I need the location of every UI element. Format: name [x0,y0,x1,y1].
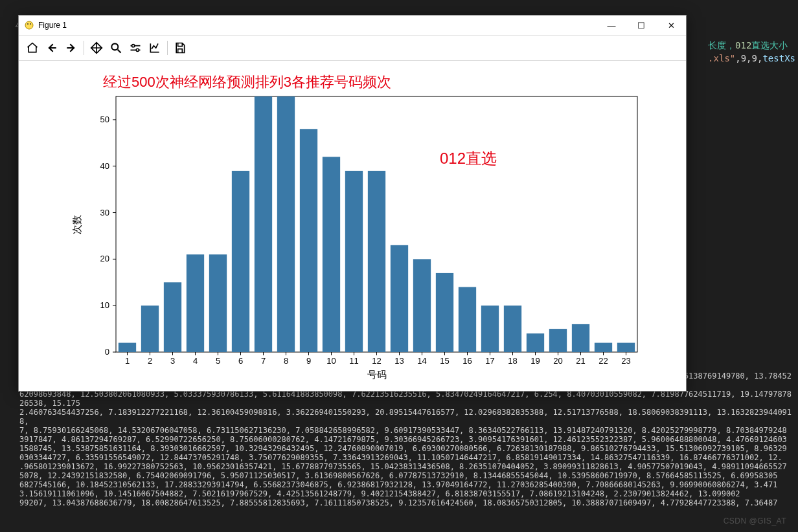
svg-text:4: 4 [193,356,198,366]
svg-rect-37 [255,96,272,352]
svg-text:40: 40 [100,161,109,171]
svg-text:20: 20 [553,356,562,366]
svg-rect-64 [459,287,476,352]
svg-text:9: 9 [306,356,311,366]
svg-text:3: 3 [170,356,175,366]
svg-text:21: 21 [576,356,585,366]
svg-text:6: 6 [238,356,243,366]
svg-rect-25 [164,282,181,352]
pan-icon[interactable] [87,38,106,58]
svg-rect-52 [368,171,385,352]
svg-text:7: 7 [261,356,266,366]
svg-point-0 [25,21,33,29]
svg-rect-61 [436,273,453,352]
svg-rect-58 [413,259,431,352]
svg-rect-40 [277,96,295,352]
svg-text:10: 10 [100,300,109,310]
svg-rect-28 [187,254,204,352]
svg-text:17: 17 [485,356,494,366]
forward-icon[interactable] [62,38,81,58]
svg-rect-22 [141,305,159,352]
plot-area: 经过500次神经网络预测排列3各推荐号码频次 012直选 01020304050… [19,61,686,391]
svg-text:50: 50 [100,115,109,124]
svg-rect-55 [391,245,408,352]
svg-text:0: 0 [105,347,109,357]
svg-rect-85 [617,343,635,352]
close-button[interactable]: ✕ [656,16,686,35]
maximize-button[interactable]: ☐ [626,16,656,35]
svg-rect-70 [504,305,521,352]
svg-point-2 [30,23,31,25]
svg-rect-31 [209,254,227,352]
svg-text:13: 13 [394,356,404,366]
svg-text:15: 15 [440,356,449,366]
svg-text:12: 12 [372,356,381,366]
save-icon[interactable] [170,38,190,58]
svg-text:14: 14 [417,356,426,366]
svg-text:5: 5 [216,356,220,366]
svg-text:22: 22 [598,356,608,366]
axes-icon[interactable] [145,38,165,58]
svg-text:8: 8 [284,356,288,366]
svg-text:16: 16 [462,356,472,366]
bar-chart: 0102030405012345678910111213141516171819… [19,61,686,391]
toolbar-separator [84,41,84,55]
svg-text:2: 2 [148,356,152,366]
svg-rect-19 [119,343,136,352]
svg-text:23: 23 [621,356,630,366]
minimize-button[interactable]: — [597,16,626,35]
zoom-icon[interactable] [106,38,126,58]
svg-point-3 [111,43,118,50]
window-title: Figure 1 [38,21,597,30]
svg-text:号码: 号码 [367,369,387,380]
watermark: CSDN @GIS_AT [724,516,786,526]
svg-rect-76 [549,329,567,352]
matplotlib-toolbar [19,36,686,61]
matplotlib-figure-window: Figure 1 — ☐ ✕ 经过500次神经网 [18,15,687,392]
svg-text:19: 19 [530,356,540,366]
svg-text:次数: 次数 [71,215,82,234]
svg-text:30: 30 [100,208,109,217]
svg-rect-49 [345,171,363,352]
svg-rect-34 [232,171,249,352]
svg-rect-43 [300,129,317,352]
back-icon[interactable] [42,38,62,58]
svg-rect-46 [323,157,340,352]
home-icon[interactable] [23,38,42,58]
svg-point-4 [132,45,135,47]
toolbar-separator [167,41,168,55]
app-icon [24,20,34,30]
svg-point-1 [27,23,28,25]
code-snippet-right: 长度，012直选大小 .xls",9,9,testXs [708,39,795,65]
svg-text:10: 10 [326,356,336,366]
window-titlebar[interactable]: Figure 1 — ☐ ✕ [19,16,686,36]
svg-rect-79 [572,324,589,352]
configure-subplots-icon[interactable] [126,38,145,58]
svg-text:1: 1 [125,356,130,366]
svg-rect-67 [481,305,499,352]
svg-rect-82 [595,343,612,352]
svg-text:18: 18 [508,356,517,366]
svg-text:11: 11 [349,356,358,366]
svg-text:20: 20 [100,254,109,263]
svg-rect-73 [527,333,544,352]
svg-point-5 [136,49,139,51]
